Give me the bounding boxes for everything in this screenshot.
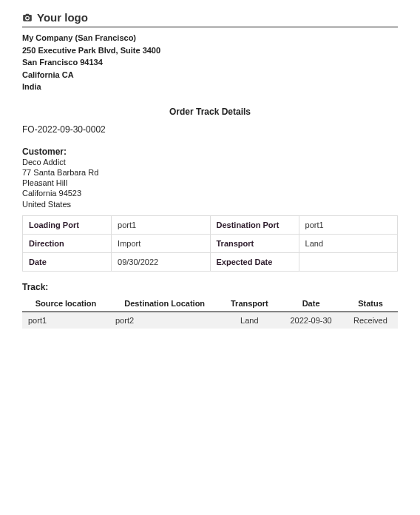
label-date: Date <box>23 252 112 271</box>
customer-heading: Customer: <box>22 147 398 157</box>
cell-date: 2022-09-30 <box>279 312 343 329</box>
label-destination-port: Destination Port <box>210 215 299 234</box>
customer-city: Pleasant Hill <box>22 178 398 188</box>
company-address: My Company (San Francisco) 250 Executive… <box>22 32 398 93</box>
label-loading-port: Loading Port <box>23 215 112 234</box>
track-header-row: Source location Destination Location Tra… <box>22 295 398 312</box>
document-title: Order Track Details <box>22 107 398 117</box>
company-country: India <box>22 81 398 93</box>
col-destination: Destination Location <box>109 295 220 312</box>
cell-status: Received <box>343 312 398 329</box>
value-transport: Land <box>299 234 397 252</box>
table-row: Loading Port port1 Destination Port port… <box>23 215 398 234</box>
customer-address: Deco Addict 77 Santa Barbara Rd Pleasant… <box>22 157 398 209</box>
company-street: 250 Executive Park Blvd, Suite 3400 <box>22 44 398 57</box>
cell-destination: port2 <box>109 312 220 329</box>
label-expected-date: Expected Date <box>210 252 299 271</box>
customer-street: 77 Santa Barbara Rd <box>22 167 398 178</box>
header: Your logo <box>22 11 398 27</box>
customer-state-zip: California 94523 <box>22 188 398 198</box>
customer-country: United States <box>22 199 398 209</box>
value-destination-port: port1 <box>299 215 397 234</box>
value-expected-date <box>299 252 397 271</box>
track-heading: Track: <box>22 282 398 292</box>
details-table: Loading Port port1 Destination Port port… <box>22 215 398 272</box>
col-status: Status <box>343 295 398 312</box>
customer-name: Deco Addict <box>22 157 398 167</box>
logo-text: Your logo <box>37 11 88 24</box>
track-table: Source location Destination Location Tra… <box>22 295 398 329</box>
company-name: My Company (San Francisco) <box>22 32 398 44</box>
camera-icon <box>22 13 33 23</box>
track-row: port1 port2 Land 2022-09-30 Received <box>22 312 398 329</box>
cell-source: port1 <box>22 312 109 329</box>
label-direction: Direction <box>23 234 112 252</box>
col-transport: Transport <box>220 295 279 312</box>
label-transport: Transport <box>210 234 299 252</box>
company-state: California CA <box>22 69 398 81</box>
value-direction: Import <box>112 234 210 252</box>
cell-transport: Land <box>220 312 279 329</box>
col-source: Source location <box>22 295 109 312</box>
table-row: Direction Import Transport Land <box>23 234 398 252</box>
value-date: 09/30/2022 <box>112 252 210 271</box>
table-row: Date 09/30/2022 Expected Date <box>23 252 398 271</box>
order-number: FO-2022-09-30-0002 <box>22 124 398 135</box>
col-date: Date <box>279 295 343 312</box>
company-city-zip: San Francisco 94134 <box>22 56 398 69</box>
value-loading-port: port1 <box>112 215 210 234</box>
